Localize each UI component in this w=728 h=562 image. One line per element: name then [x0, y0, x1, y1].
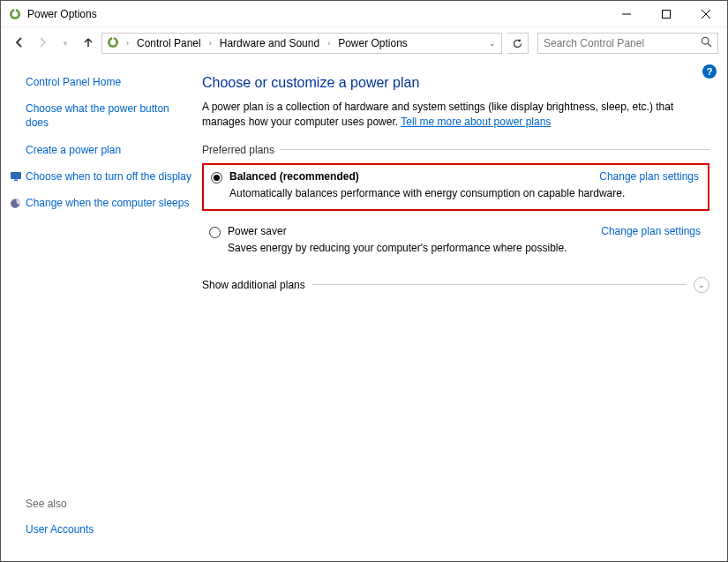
svg-rect-2	[14, 9, 16, 13]
plan-balanced: Balanced (recommended) Change plan setti…	[202, 163, 709, 212]
content: Choose or customize a power plan A power…	[199, 59, 727, 561]
search-icon[interactable]	[701, 36, 712, 50]
power-options-icon	[8, 7, 22, 21]
page-heading: Choose or customize a power plan	[202, 75, 709, 91]
location-icon	[106, 35, 120, 52]
recent-dropdown[interactable]: ▼	[57, 40, 73, 48]
change-plan-settings-link[interactable]: Change plan settings	[599, 170, 699, 183]
sleep-icon	[10, 197, 22, 209]
address-box[interactable]: › Control Panel › Hardware and Sound › P…	[101, 33, 502, 54]
see-also-label: See also	[26, 498, 191, 510]
plan-description: Automatically balances performance with …	[229, 187, 699, 201]
plan-name[interactable]: Power saver	[228, 225, 287, 237]
learn-more-link[interactable]: Tell me more about power plans	[401, 116, 551, 128]
help-icon[interactable]: ?	[702, 64, 717, 79]
svg-rect-9	[112, 37, 114, 41]
forward-button[interactable]	[34, 36, 50, 51]
address-dropdown[interactable]: ⌄	[484, 39, 501, 48]
breadcrumb-item[interactable]: Hardware and Sound	[218, 37, 321, 49]
refresh-button[interactable]	[507, 33, 529, 54]
titlebar: Power Options	[1, 1, 727, 27]
svg-rect-4	[662, 10, 670, 18]
svg-rect-13	[14, 179, 18, 181]
sidebar: Control Panel Home Choose what the power…	[1, 59, 199, 561]
address-row: ▼ › Control Panel › Hardware and Sound ›…	[1, 27, 727, 59]
minimize-button[interactable]	[606, 1, 646, 26]
plan-description: Saves energy by reducing your computer's…	[228, 242, 701, 256]
svg-line-11	[708, 43, 711, 47]
window-title: Power Options	[27, 8, 606, 20]
nav-arrows: ▼	[11, 36, 96, 51]
sidebar-link[interactable]: Choose what the power button does	[26, 101, 191, 130]
chevron-right-icon[interactable]: ›	[325, 39, 333, 48]
sidebar-link[interactable]: Choose when to turn off the display	[26, 169, 191, 184]
search-box[interactable]	[537, 33, 718, 54]
breadcrumb-item[interactable]: Power Options	[336, 37, 409, 49]
sidebar-link[interactable]: Create a power plan	[26, 143, 191, 157]
chevron-down-icon[interactable]: ⌄	[694, 277, 709, 293]
description: A power plan is a collection of hardware…	[202, 100, 709, 130]
plan-power-saver: Power saver Change plan settings Saves e…	[202, 220, 709, 265]
display-icon	[10, 170, 22, 183]
plan-name[interactable]: Balanced (recommended)	[229, 170, 359, 183]
show-additional-row[interactable]: Show additional plans ⌄	[202, 277, 709, 293]
preferred-plans-label: Preferred plans	[202, 144, 709, 156]
plan-radio[interactable]	[211, 172, 222, 184]
close-button[interactable]	[686, 1, 725, 26]
svg-rect-12	[11, 172, 21, 179]
change-plan-settings-link[interactable]: Change plan settings	[601, 225, 701, 237]
see-also-link[interactable]: User Accounts	[26, 522, 191, 536]
chevron-right-icon[interactable]: ›	[124, 39, 131, 48]
show-additional-label: Show additional plans	[202, 279, 305, 291]
plan-radio[interactable]	[209, 227, 221, 238]
window-buttons	[606, 1, 725, 26]
control-panel-home-link[interactable]: Control Panel Home	[26, 75, 191, 89]
back-button[interactable]	[11, 36, 27, 51]
main: Control Panel Home Choose what the power…	[1, 59, 727, 561]
up-button[interactable]	[80, 36, 96, 51]
chevron-right-icon[interactable]: ›	[206, 39, 214, 48]
maximize-button[interactable]	[646, 1, 686, 26]
sidebar-link[interactable]: Change when the computer sleeps	[26, 196, 191, 210]
breadcrumb-item[interactable]: Control Panel	[135, 37, 203, 49]
svg-point-10	[702, 37, 709, 44]
search-input[interactable]	[544, 37, 695, 49]
